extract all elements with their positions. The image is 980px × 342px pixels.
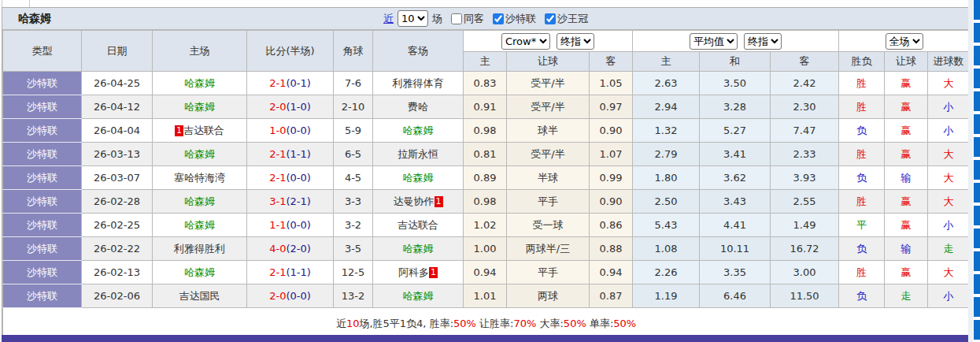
cell-result-wdl: 负: [839, 237, 885, 261]
summary-segment: 50%: [613, 318, 636, 329]
cell-away-team: 哈森姆: [373, 237, 464, 261]
cell-score: 2-1(1-1): [247, 143, 334, 166]
cell-score: 2-0(1-0): [247, 95, 334, 119]
sub-header-result-handicap: 让球: [885, 52, 928, 72]
cell-corner: 3-2: [334, 214, 373, 237]
odds-source-select[interactable]: Crow*: [501, 33, 550, 50]
saudi-cup-checkbox[interactable]: [545, 13, 556, 24]
cell-corner: 12-5: [334, 261, 373, 284]
cell-avg-away: 2.42: [771, 72, 839, 95]
cell-result-goals: 大: [928, 261, 970, 284]
cell-home-team: 塞哈特海湾: [153, 166, 247, 190]
same-away-checkbox-label[interactable]: 同客: [445, 12, 484, 26]
cell-handicap: 平手: [507, 190, 590, 214]
divider: [2, 0, 2, 7]
cell-odds-home: 1.01: [464, 284, 507, 308]
cell-league: 沙特联: [3, 95, 82, 119]
right-edge-blue-strip: [974, 0, 980, 342]
cell-odds-away: 0.94: [590, 261, 633, 284]
same-away-checkbox[interactable]: [451, 13, 462, 24]
cell-result-goals: 大: [928, 190, 970, 214]
recent-link[interactable]: 近: [383, 12, 394, 26]
full-time-score: 2-1: [269, 266, 286, 278]
team-name: 哈森姆: [184, 266, 215, 278]
cell-away-team: 哈森姆: [373, 284, 464, 308]
page-gutter: [968, 0, 973, 342]
red-card-badge: 1: [429, 267, 438, 278]
team-name: 阿科多: [398, 266, 429, 278]
cell-odds-home: 0.98: [464, 119, 507, 143]
cell-score: 4-0(2-0): [247, 237, 334, 261]
cell-result-wdl: 胜: [839, 72, 885, 95]
cell-avg-away: 3.93: [771, 166, 839, 190]
cell-result-wdl: 平: [839, 214, 885, 237]
top-leftover-strip: [0, 0, 980, 7]
cell-home-team: 哈森姆: [153, 95, 247, 119]
team-name: 吉达国民: [179, 290, 220, 302]
cell-handicap: 球半: [507, 119, 590, 143]
cell-result-handicap: 赢: [885, 95, 928, 119]
col-header-corner: 角球: [334, 31, 373, 72]
cell-league: 沙特联: [3, 190, 82, 214]
average-select[interactable]: 平均值: [690, 33, 738, 50]
cell-result-wdl: 负: [839, 119, 885, 143]
summary-segment: 单率:: [586, 318, 614, 329]
cell-avg-away: 7.47: [771, 119, 839, 143]
saudi-league-checkbox-label[interactable]: 沙特联: [486, 12, 536, 26]
table-row: 沙特联 26-03-07 塞哈特海湾 2-1(0-0) 4-5 哈森姆 0.89…: [3, 166, 970, 190]
recent-count-select[interactable]: 10: [398, 10, 428, 27]
summary-segment: 近: [336, 318, 346, 329]
cell-away-team: 吉达联合: [373, 214, 464, 237]
sub-header-avg-home: 主: [633, 52, 700, 72]
table-row: 沙特联 26-04-12 哈森姆 2-0(1-0) 2-10 费哈 0.91 受…: [3, 95, 970, 119]
cell-avg-draw: 10.11: [700, 237, 771, 261]
filter-controls: 近 10 场 同客 沙特联 沙王冠: [383, 10, 588, 27]
team-name: 塞哈特海湾: [174, 172, 225, 184]
team-name: 吉达联合: [398, 219, 438, 231]
col-header-home: 主场: [153, 31, 247, 72]
cell-result-handicap: 赢: [885, 143, 928, 166]
team-name: 哈森姆: [184, 195, 215, 207]
cell-result-goals: 大: [928, 72, 970, 95]
divider: [29, 0, 30, 7]
team-name: 利雅得胜利: [174, 243, 225, 255]
team-name: 哈森姆: [403, 290, 434, 302]
cell-odds-home: 0.94: [464, 261, 507, 284]
cell-score: 3-1(2-1): [247, 190, 334, 214]
cell-home-team: 哈森姆: [153, 143, 247, 166]
cell-date: 26-02-25: [82, 214, 153, 237]
cell-odds-home: 0.98: [464, 190, 507, 214]
cell-avg-draw: 3.35: [700, 261, 771, 284]
cell-result-handicap: 赢: [885, 190, 928, 214]
summary-segment: 50%: [453, 318, 476, 329]
cell-result-wdl: 胜: [839, 95, 885, 119]
cell-avg-home: 2.94: [633, 95, 700, 119]
team-title: 哈森姆: [2, 12, 51, 26]
saudi-cup-checkbox-label[interactable]: 沙王冠: [538, 12, 588, 26]
cell-date: 26-03-07: [82, 166, 153, 190]
half-time-score: (1-1): [286, 148, 310, 160]
section-divider-bar: [2, 335, 968, 342]
cell-odds-away: 0.87: [590, 284, 633, 308]
table-row: 沙特联 26-02-28 哈森姆 3-1(2-1) 3-3 达曼协作1 0.98…: [3, 190, 970, 214]
cell-handicap: 受平/半: [507, 143, 590, 166]
sub-header-avg-draw: 和: [700, 52, 771, 72]
full-time-score: 1-0: [269, 125, 286, 136]
team-name: 哈森姆: [403, 172, 434, 184]
half-time-score: (0-0): [286, 125, 310, 136]
odds-time-select[interactable]: 终指: [557, 33, 594, 50]
team-name: 吉达联合: [183, 125, 224, 136]
scope-select[interactable]: 全场: [886, 33, 923, 50]
cell-corner: 13-2: [334, 284, 373, 308]
cell-result-handicap: 赢: [885, 214, 928, 237]
saudi-league-checkbox[interactable]: [493, 13, 504, 24]
full-time-score: 2-1: [269, 148, 286, 160]
average-time-select[interactable]: 终指: [744, 33, 782, 50]
cell-score: 2-1(0-1): [247, 72, 334, 95]
header-group-row: 类型 日期 主场 比分(半场) 角球 客场 Crow* 终指 平均值 终指 全场: [3, 31, 970, 52]
cell-result-handicap: 赢: [885, 119, 928, 143]
summary-segment: 场,胜5平1负4, 胜率:: [359, 318, 453, 329]
cell-handicap: 两球半/三: [507, 237, 590, 261]
cell-odds-home: 0.83: [464, 72, 507, 95]
cell-avg-home: 1.19: [633, 284, 700, 308]
